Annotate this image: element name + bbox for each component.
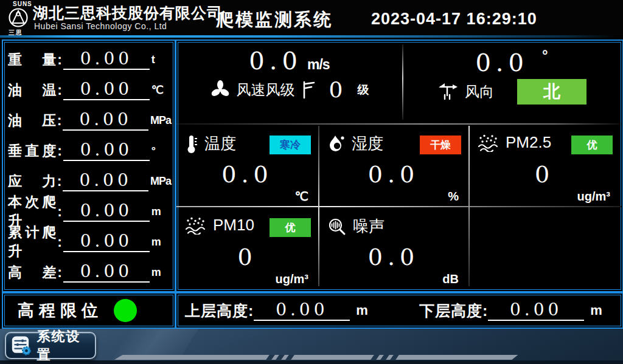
measurement-value: 0.00	[63, 49, 150, 70]
colon: :	[56, 112, 63, 129]
sensor-cell-pm25: PM2.5 优 0 ug/m³	[469, 126, 620, 205]
measurement-value: 0.00	[63, 110, 148, 131]
measurement-label: 高差	[8, 263, 57, 282]
measurement-row-height-diff: 高差: 0.00 m	[8, 258, 171, 287]
measurement-row-stress: 应力: 0.00 MPa	[8, 167, 171, 196]
system-settings-button[interactable]: 系统设置	[5, 332, 96, 359]
taskbar-stripe-band	[114, 355, 521, 360]
wind-direction-value-line: 0.0°	[403, 47, 620, 77]
thermometer-icon	[185, 134, 198, 154]
sensor-cell-noise: 噪声 0.0 dB	[319, 208, 468, 287]
sensor-header: 湿度	[327, 133, 383, 154]
company-name-cn: 湖北三思科技股份有限公司	[33, 3, 223, 23]
sensor-name: PM10	[213, 216, 254, 235]
measurements-panel: 重量: 0.00 t 油温: 0.00 ℃ 油压: 0.00 MPa 垂直度: …	[2, 39, 176, 292]
wind-level-value: 0	[329, 77, 343, 102]
sensor-name: 噪声	[353, 216, 385, 237]
measurement-row-oil-pressure: 油压: 0.00 MPa	[8, 106, 171, 135]
sensor-unit: dB	[442, 272, 459, 286]
measurement-label: 油温	[8, 81, 57, 100]
droplet-icon	[327, 134, 346, 154]
layer-heights-panel: 上层高度: 0.00 m 下层高度: 0.00 m	[175, 292, 623, 329]
lower-height-value: 0.00	[488, 300, 584, 321]
measurement-label: 垂直度	[8, 142, 57, 160]
grid-divider-horizontal-mid	[176, 206, 621, 207]
colon: :	[57, 204, 63, 220]
elevation-limit-status-light	[114, 299, 137, 322]
layer-heights: 上层高度: 0.00 m 下层高度: 0.00 m	[176, 294, 622, 328]
wind-direction-badge: 北	[517, 79, 586, 105]
upper-height-unit: m	[356, 303, 368, 318]
measurement-value: 0.00	[63, 232, 150, 252]
screen: SUNS 三思 湖北三思科技股份有限公司 Hubei Sansi Technol…	[0, 0, 623, 364]
measurement-unit: m	[151, 236, 171, 249]
wind-speed-value-line: 0.0m/s	[176, 47, 402, 75]
sensor-cell-temperature: 温度 寒冷 0.0 ℃	[176, 126, 318, 205]
colon: :	[57, 264, 63, 281]
measurement-unit: ℃	[151, 83, 171, 97]
wind-direction-label: 风向	[465, 82, 494, 101]
measurement-row-weight: 重量: 0.00 t	[8, 45, 171, 74]
lower-height-unit: m	[590, 303, 602, 318]
wind-level-flag-icon	[301, 80, 316, 100]
elevation-limit-label: 高程限位	[18, 300, 103, 321]
sensor-cell-humidity: 湿度 干燥 0.0 %	[319, 126, 468, 205]
measurement-row-oil-temp: 油温: 0.00 ℃	[8, 75, 171, 105]
colon: :	[57, 52, 63, 68]
sensor-unit: %	[448, 190, 459, 204]
measurement-value: 0.00	[63, 140, 150, 161]
measurements-list: 重量: 0.00 t 油温: 0.00 ℃ 油压: 0.00 MPa 垂直度: …	[8, 44, 171, 287]
measurement-row-verticality: 垂直度: 0.00 °	[8, 136, 171, 165]
wind-speed-section: 0.0m/s 风速风级 0 级	[176, 41, 402, 123]
measurement-unit: t	[151, 53, 171, 66]
wind-direction-unit: °	[542, 47, 548, 63]
wind-speed-unit: m/s	[307, 57, 330, 72]
sensor-header: PM10	[185, 216, 254, 235]
taskbar: 系统设置	[0, 329, 623, 364]
measurement-unit: m	[151, 266, 171, 279]
lower-height-label: 下层高度:	[419, 301, 488, 321]
measurement-value: 0.00	[63, 201, 150, 222]
sensor-value: 0	[469, 161, 620, 188]
wind-direction-value: 0.0	[475, 49, 529, 77]
measurement-value: 0.00	[63, 262, 150, 283]
noise-meter-icon	[327, 217, 347, 236]
sensor-name: 温度	[204, 133, 236, 154]
measurement-label: 应力	[8, 172, 56, 191]
wind-level-unit: 级	[357, 82, 369, 98]
company-name-en: Hubei Sansi Technology Co., Ltd	[34, 21, 167, 31]
dust-icon	[185, 216, 207, 235]
measurement-value: 0.00	[63, 171, 148, 191]
wind-vane-icon	[437, 82, 459, 101]
sensor-unit: ℃	[295, 189, 308, 204]
settings-sliders-gear-icon	[11, 334, 32, 357]
upper-height-value: 0.00	[254, 300, 350, 321]
grid-divider-horizontal-top	[176, 123, 621, 125]
sensor-cell-pm10: PM10 优 0 ug/m³	[176, 208, 318, 287]
sensor-value: 0	[176, 244, 318, 270]
measurement-label: 重量	[8, 50, 57, 69]
sensor-header: 噪声	[327, 216, 385, 237]
elevation-limit: 高程限位	[3, 294, 175, 328]
sensor-header: PM2.5	[478, 133, 551, 152]
measurement-unit: °	[151, 145, 171, 157]
sensor-header: 温度	[185, 133, 236, 154]
sensor-value: 0.0	[319, 244, 468, 270]
measurement-unit: MPa	[150, 175, 171, 188]
wind-direction-section: 0.0° 风向 北	[403, 41, 620, 123]
taskbar-bottom-strip	[0, 360, 623, 364]
status-badge: 干燥	[420, 136, 461, 154]
colon: :	[56, 173, 63, 190]
sensor-name: 湿度	[352, 133, 383, 154]
status-badge: 优	[270, 218, 311, 237]
measurement-row-total-climb: 累计爬升: 0.00 m	[8, 227, 171, 256]
status-badge: 寒冷	[270, 136, 311, 154]
measurement-row-current-climb: 本次爬升: 0.00 m	[8, 197, 171, 226]
sensor-value: 0.0	[176, 161, 318, 188]
dust-icon	[478, 134, 499, 152]
header: SUNS 三思 湖北三思科技股份有限公司 Hubei Sansi Technol…	[0, 0, 623, 38]
measurement-label: 累计爬升	[8, 223, 57, 261]
upper-height-label: 上层高度:	[185, 301, 254, 321]
datetime: 2023-04-17 16:29:10	[371, 10, 537, 29]
header-accent-line	[0, 35, 614, 38]
